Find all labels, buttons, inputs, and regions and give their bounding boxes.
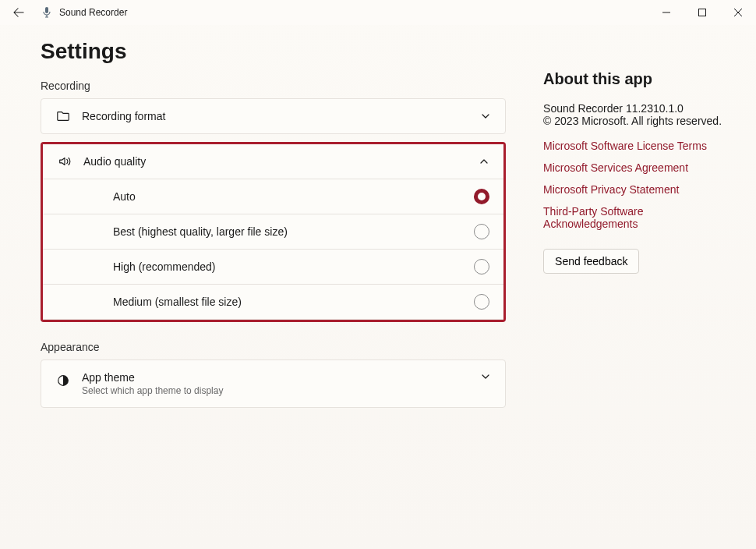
minimize-button[interactable] [648,0,684,25]
about-version: Sound Recorder 11.2310.1.0 [543,102,728,115]
folder-icon [55,108,71,124]
window-controls [648,0,756,25]
close-button[interactable] [720,0,756,25]
recording-section-header: Recording [41,80,506,92]
arrow-left-icon [13,7,24,18]
audio-quality-expander[interactable]: Audio quality Auto Best (highest quality… [43,144,503,320]
titlebar: Sound Recorder [0,0,756,25]
link-third-party[interactable]: Third-Party Software Acknowledgements [543,205,728,230]
about-copyright: © 2023 Microsoft. All rights reserved. [543,115,728,127]
recording-format-label: Recording format [82,110,480,122]
about-panel: About this app Sound Recorder 11.2310.1.… [543,39,728,416]
quality-option-high[interactable]: High (recommended) [43,249,503,284]
link-license-terms[interactable]: Microsoft Software License Terms [543,140,728,152]
audio-quality-label: Audio quality [83,155,479,168]
app-theme-expander[interactable]: App theme Select which app theme to disp… [41,360,506,408]
link-services-agreement[interactable]: Microsoft Services Agreement [543,161,728,174]
microphone-icon [41,6,53,19]
app-theme-label: App theme [82,371,480,384]
radio-selected-icon [474,189,489,204]
page-title: Settings [41,39,506,64]
about-header: About this app [543,70,728,88]
quality-option-auto[interactable]: Auto [43,179,503,214]
app-title: Sound Recorder [59,7,127,18]
audio-quality-group: Audio quality Auto Best (highest quality… [41,142,506,322]
chevron-down-icon [480,111,491,122]
send-feedback-button[interactable]: Send feedback [543,249,639,274]
recording-format-expander[interactable]: Recording format [41,98,506,134]
theme-icon [55,373,71,388]
radio-unselected-icon [474,224,489,239]
quality-options-list: Auto Best (highest quality, larger file … [43,179,503,319]
radio-unselected-icon [474,259,489,274]
maximize-icon [698,9,706,16]
svg-rect-0 [45,7,48,13]
link-privacy-statement[interactable]: Microsoft Privacy Statement [543,183,728,196]
close-icon [734,9,742,16]
chevron-down-icon [480,371,491,382]
maximize-button[interactable] [684,0,720,25]
back-button[interactable] [6,0,31,25]
radio-unselected-icon [474,294,489,310]
sound-icon [57,154,72,169]
svg-rect-1 [699,9,706,16]
chevron-up-icon [479,156,489,167]
quality-option-best[interactable]: Best (highest quality, larger file size) [43,214,503,249]
minimize-icon [662,9,670,16]
app-icon [41,6,53,19]
appearance-section-header: Appearance [41,341,506,353]
quality-option-medium[interactable]: Medium (smallest file size) [43,284,503,319]
app-theme-sub: Select which app theme to display [82,385,480,396]
